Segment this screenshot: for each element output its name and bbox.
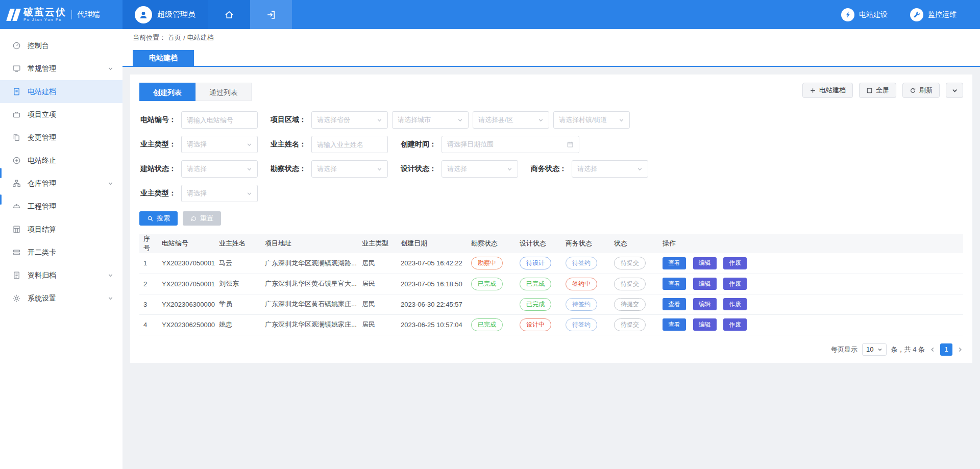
logout-button[interactable] (250, 0, 292, 29)
business-status-badge: 待签约 (566, 257, 597, 269)
filter-owner-type-2: 业主类型： 请选择 (139, 185, 258, 202)
per-page-select[interactable]: 10 (862, 343, 886, 356)
status-badge: 待提交 (614, 278, 646, 290)
archive-icon (12, 271, 21, 280)
helmet-icon (12, 202, 21, 211)
fullscreen-button[interactable]: 全屏 (859, 83, 896, 98)
header-right-nav: 电站建设 监控运维 (841, 0, 980, 29)
tab-create-list[interactable]: 创建列表 (139, 83, 195, 101)
page-tab-bar: 电站建档 (122, 46, 980, 67)
user-name: 超级管理员 (157, 10, 195, 19)
view-button[interactable]: 查看 (663, 278, 686, 290)
town-select[interactable]: 请选择村镇/街道 (553, 111, 630, 129)
business-status-badge: 待签约 (566, 318, 597, 331)
build-status-select[interactable]: 请选择 (181, 160, 258, 178)
breadcrumb: 当前位置： 首页 / 电站建档 (122, 29, 980, 46)
view-button[interactable]: 查看 (663, 298, 686, 310)
search-action-bar: 搜索 重置 (139, 211, 963, 226)
owner-name-input[interactable] (311, 136, 388, 153)
date-range-input[interactable]: 请选择日期范围 (442, 136, 579, 153)
pagination: 每页显示 10 条，共 4 条 1 (139, 343, 963, 356)
fullscreen-icon (866, 87, 873, 94)
edit-button[interactable]: 编辑 (693, 318, 717, 331)
page-tab-station-filing[interactable]: 电站建档 (133, 50, 194, 66)
void-button[interactable]: 作废 (723, 278, 747, 290)
tab-passed-list[interactable]: 通过列表 (195, 83, 252, 101)
home-button[interactable] (208, 0, 250, 29)
content-area: 创建列表 通过列表 电站建档 全屏 刷新 (122, 67, 980, 469)
copy-icon (12, 133, 21, 142)
sidebar: 控制台 常规管理 电站建档 项目立项 变更管理 电站终止 仓库管理 (0, 29, 122, 469)
sidebar-item-change-mgmt[interactable]: 变更管理 (0, 126, 122, 149)
status-badge: 待提交 (614, 298, 646, 311)
page-number-1[interactable]: 1 (940, 343, 952, 356)
plus-icon (810, 87, 816, 94)
breadcrumb-home-link[interactable]: 首页 (168, 33, 181, 42)
sitemap-icon (12, 179, 21, 188)
sidebar-item-engineering-mgmt[interactable]: 工程管理 (0, 195, 122, 218)
nav-monitor-ops[interactable]: 监控运维 (910, 8, 957, 21)
design-status-badge: 已完成 (520, 298, 551, 311)
sidebar-item-warehouse-mgmt[interactable]: 仓库管理 (0, 172, 122, 195)
status-badge: 待提交 (614, 257, 646, 269)
sidebar-item-station-filing[interactable]: 电站建档 (0, 80, 122, 103)
breadcrumb-separator: / (183, 34, 185, 42)
sidebar-scrollbar-mark[interactable] (0, 194, 2, 205)
sidebar-item-console[interactable]: 控制台 (0, 34, 122, 57)
sidebar-scrollbar-mark[interactable] (0, 168, 2, 178)
chevron-down-icon (377, 117, 382, 123)
refresh-button[interactable]: 刷新 (902, 83, 940, 98)
filter-create-time: 创建时间： 请选择日期范围 (400, 136, 579, 153)
sidebar-item-system-settings[interactable]: 系统设置 (0, 287, 122, 310)
prev-page-button[interactable] (929, 347, 936, 353)
void-button[interactable]: 作废 (723, 318, 747, 331)
sidebar-item-type2-card[interactable]: 开二类卡 (0, 241, 122, 264)
chevron-down-icon (951, 87, 958, 94)
chevron-down-icon (108, 273, 113, 278)
business-status-badge: 签约中 (566, 278, 597, 290)
chevron-down-icon (108, 295, 113, 301)
top-header: 破茧云伏 Po Jian Yun Fu 代理端 超级管理员 电站建设 (0, 0, 980, 29)
city-select[interactable]: 请选择城市 (392, 111, 469, 129)
province-select[interactable]: 请选择省份 (311, 111, 388, 129)
chevron-down-icon (247, 166, 252, 172)
owner-type-select-2[interactable]: 请选择 (181, 185, 258, 202)
view-button[interactable]: 查看 (663, 318, 686, 331)
logo-icon (8, 9, 19, 21)
owner-type-select-1[interactable]: 请选择 (181, 136, 258, 153)
sidebar-item-project-initiation[interactable]: 项目立项 (0, 103, 122, 126)
view-button[interactable]: 查看 (663, 257, 686, 269)
reset-button[interactable]: 重置 (183, 211, 221, 226)
station-code-input[interactable] (181, 111, 258, 129)
county-select[interactable]: 请选择县/区 (473, 111, 549, 129)
briefcase-icon (12, 110, 21, 119)
collapse-button[interactable] (946, 83, 963, 98)
edit-button[interactable]: 编辑 (693, 257, 717, 269)
document-icon (12, 87, 21, 96)
survey-status-select[interactable]: 请选择 (311, 160, 388, 178)
search-button[interactable]: 搜索 (139, 211, 178, 226)
edit-button[interactable]: 编辑 (693, 298, 717, 310)
chevron-down-icon (877, 347, 883, 352)
sidebar-item-station-termination[interactable]: 电站终止 (0, 149, 122, 172)
breadcrumb-current: 电站建档 (187, 33, 214, 42)
void-button[interactable]: 作废 (723, 257, 747, 269)
chevron-down-icon (377, 166, 382, 172)
business-status-select[interactable]: 请选择 (572, 160, 648, 178)
nav-station-build[interactable]: 电站建设 (841, 8, 888, 21)
edit-button[interactable]: 编辑 (693, 278, 717, 290)
void-button[interactable]: 作废 (723, 298, 747, 310)
sidebar-item-general-mgmt[interactable]: 常规管理 (0, 57, 122, 80)
survey-status-badge: 已完成 (471, 318, 503, 331)
sidebar-item-project-settlement[interactable]: 项目结算 (0, 218, 122, 241)
design-status-select[interactable]: 请选择 (442, 160, 518, 178)
sidebar-item-data-archive[interactable]: 资料归档 (0, 264, 122, 287)
card-icon (12, 248, 21, 257)
refresh-icon (910, 87, 916, 94)
status-badge: 待提交 (614, 318, 646, 331)
table-row: 1 YX2023070500011 马云 广东深圳龙华区观澜镇观湖路... 居民… (139, 253, 963, 274)
add-station-button[interactable]: 电站建档 (802, 83, 853, 98)
user-menu[interactable]: 超级管理员 (122, 0, 208, 29)
home-icon (224, 10, 234, 20)
next-page-button[interactable] (957, 347, 963, 353)
